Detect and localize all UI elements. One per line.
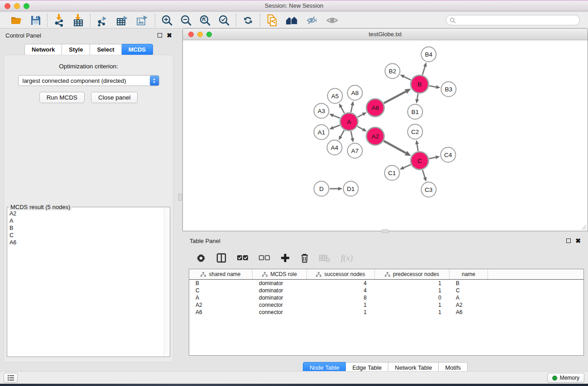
table-cell[interactable]: 1 <box>375 302 449 308</box>
edge-C-C4[interactable] <box>429 157 436 159</box>
table-cell[interactable]: A <box>189 295 253 301</box>
tab-select[interactable]: Select <box>90 44 121 55</box>
edge-B-B2[interactable] <box>404 76 411 80</box>
minimize-window-button[interactable] <box>14 3 20 9</box>
edge-B-B1[interactable] <box>417 94 418 99</box>
table-cell[interactable]: 1 <box>375 280 449 286</box>
zoom-out-icon[interactable] <box>180 14 192 26</box>
mcds-result-item[interactable]: A2 <box>10 210 164 217</box>
edge-A2-C[interactable] <box>384 141 406 153</box>
network-maximize-button[interactable] <box>206 32 212 37</box>
edge-C-C2[interactable] <box>417 144 418 151</box>
tab-style[interactable]: Style <box>62 44 90 55</box>
table-cell[interactable]: A2 <box>449 302 488 308</box>
clone-network-icon[interactable] <box>266 14 278 27</box>
table-cell[interactable]: dominator <box>253 287 307 294</box>
import-table-icon[interactable] <box>72 14 84 27</box>
tab-network[interactable]: Network <box>24 44 62 55</box>
column-header-shared-name[interactable]: shared name <box>189 269 253 279</box>
close-panel-icon[interactable]: ✖ <box>167 33 172 38</box>
column-view-icon[interactable] <box>216 253 227 263</box>
edge-A-A8[interactable] <box>351 105 352 112</box>
network-minimize-button[interactable] <box>197 32 203 37</box>
refresh-icon[interactable] <box>242 14 254 26</box>
table-cell[interactable]: A6 <box>189 309 253 315</box>
mcds-result-item[interactable]: B <box>10 224 164 232</box>
panel-splitter-handle[interactable] <box>178 194 182 201</box>
table-row[interactable]: Cdominator41C <box>189 287 583 294</box>
edge-A-A2[interactable] <box>358 126 363 129</box>
table-cell[interactable]: 4 <box>307 280 375 286</box>
edge-A-A3[interactable] <box>333 115 340 118</box>
table-cell[interactable]: dominator <box>253 295 307 301</box>
edge-A-A6[interactable] <box>358 114 363 117</box>
optimization-criterion-dropdown[interactable]: largest connected component (directed) ▲… <box>18 75 159 86</box>
network-graph[interactable]: B4B2BB3A8A5A6A3B1AA1C2A2A4A7C4CC1DD1C3 <box>183 40 588 231</box>
edge-A-A4[interactable] <box>341 130 344 137</box>
column-header-predecessor-nodes[interactable]: predecessor nodes <box>375 269 449 279</box>
mcds-result-item[interactable]: A <box>10 217 164 224</box>
column-header-successor-nodes[interactable]: successor nodes <box>307 269 375 279</box>
table-settings-gear-icon[interactable] <box>196 253 206 263</box>
maximize-window-button[interactable] <box>24 3 29 9</box>
table-row[interactable]: Bdominator41B <box>189 280 583 287</box>
network-overview-icon[interactable] <box>285 15 299 26</box>
delete-column-trash-icon[interactable] <box>300 253 309 263</box>
close-window-button[interactable] <box>5 3 10 9</box>
table-cell[interactable]: A <box>449 295 488 301</box>
table-cell[interactable]: C <box>449 287 488 294</box>
table-cell[interactable]: 4 <box>307 287 375 294</box>
save-session-icon[interactable] <box>30 15 41 26</box>
search-input[interactable] <box>446 15 580 25</box>
mcds-result-item[interactable]: C <box>10 232 164 239</box>
float-panel-icon[interactable] <box>158 33 162 38</box>
edge-A-A7[interactable] <box>351 131 352 138</box>
run-mcds-button[interactable]: Run MCDS <box>39 92 85 103</box>
deselect-all-icon[interactable] <box>258 255 270 261</box>
table-cell[interactable]: 8 <box>307 295 375 301</box>
table-cell[interactable]: 1 <box>375 287 449 294</box>
edge-C-C3[interactable] <box>422 170 425 178</box>
network-canvas[interactable]: B4B2BB3A8A5A6A3B1AA1C2A2A4A7C4CC1DD1C3 <box>183 40 588 231</box>
column-header-name[interactable]: name <box>449 269 488 279</box>
export-image-icon[interactable] <box>136 14 149 26</box>
export-table-icon[interactable] <box>116 14 129 26</box>
table-float-panel-icon[interactable] <box>566 238 571 243</box>
window-resize-grip[interactable] <box>581 224 587 230</box>
edge-A-A5[interactable] <box>341 107 344 114</box>
edge-C-C1[interactable] <box>404 165 411 168</box>
edge-B-B4[interactable] <box>422 67 425 75</box>
table-cell[interactable]: A2 <box>189 302 253 308</box>
table-cell[interactable]: 1 <box>375 309 449 315</box>
table-cell[interactable]: 1 <box>307 309 375 315</box>
network-window-titlebar[interactable]: testGlobe.txt <box>183 29 588 40</box>
show-details-icon[interactable] <box>326 15 339 26</box>
table-cell[interactable]: A6 <box>449 309 488 315</box>
search-input-field[interactable] <box>456 17 576 24</box>
table-cell[interactable]: 0 <box>375 295 449 301</box>
table-cell[interactable]: dominator <box>253 280 307 286</box>
table-row[interactable]: A6connector11A6 <box>189 309 583 316</box>
table-cell[interactable]: connector <box>253 309 307 315</box>
table-splitter-handle[interactable] <box>382 229 389 233</box>
column-header-MCDS-role[interactable]: MCDS role <box>253 269 307 279</box>
table-cell[interactable]: B <box>189 280 253 286</box>
table-cell[interactable]: B <box>449 280 488 286</box>
network-close-button[interactable] <box>188 32 194 37</box>
close-panel-button[interactable]: Close panel <box>91 92 138 103</box>
mcds-result-item[interactable]: A6 <box>10 239 164 246</box>
table-row[interactable]: Adominator80A <box>189 294 583 301</box>
zoom-in-icon[interactable] <box>161 14 173 26</box>
table-row[interactable]: A2connector11A2 <box>189 301 583 309</box>
table-close-panel-icon[interactable]: ✖ <box>575 238 581 243</box>
table-cell[interactable]: connector <box>253 302 307 308</box>
open-file-icon[interactable] <box>10 15 23 26</box>
tab-mcds[interactable]: MCDS <box>122 44 153 55</box>
zoom-selected-icon[interactable] <box>218 14 230 26</box>
export-network-icon[interactable] <box>96 14 109 26</box>
add-column-icon[interactable] <box>280 253 290 263</box>
memory-button[interactable]: Memory <box>547 373 584 383</box>
hide-details-icon[interactable] <box>306 15 319 26</box>
zoom-fit-icon[interactable] <box>199 14 211 26</box>
delete-table-icon[interactable] <box>319 253 331 262</box>
